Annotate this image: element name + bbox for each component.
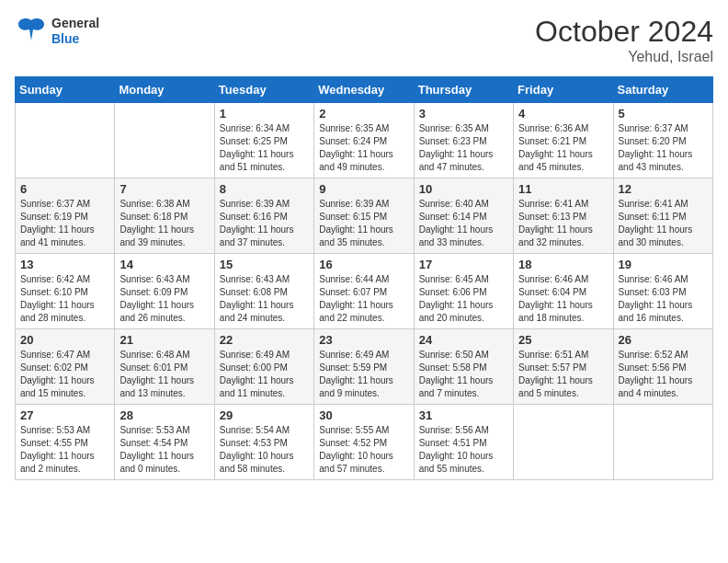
day-number: 26: [619, 333, 708, 347]
day-info: Sunrise: 6:46 AM Sunset: 6:03 PM Dayligh…: [619, 273, 708, 325]
calendar-cell: 14Sunrise: 6:43 AM Sunset: 6:09 PM Dayli…: [115, 254, 214, 329]
calendar-cell: 12Sunrise: 6:41 AM Sunset: 6:11 PM Dayli…: [613, 178, 712, 254]
day-info: Sunrise: 6:49 AM Sunset: 5:59 PM Dayligh…: [319, 349, 408, 400]
day-info: Sunrise: 6:52 AM Sunset: 5:56 PM Dayligh…: [619, 349, 708, 400]
day-number: 7: [119, 182, 209, 196]
calendar-week-row: 1Sunrise: 6:34 AM Sunset: 6:25 PM Daylig…: [16, 103, 713, 178]
day-info: Sunrise: 5:53 AM Sunset: 4:54 PM Dayligh…: [119, 424, 209, 476]
day-info: Sunrise: 5:56 AM Sunset: 4:51 PM Dayligh…: [419, 424, 508, 476]
day-info: Sunrise: 6:39 AM Sunset: 6:16 PM Dayligh…: [220, 198, 309, 249]
calendar-cell: 30Sunrise: 5:55 AM Sunset: 4:52 PM Dayli…: [314, 405, 414, 480]
calendar-cell: 29Sunrise: 5:54 AM Sunset: 4:53 PM Dayli…: [214, 405, 313, 480]
day-number: 29: [220, 408, 309, 422]
calendar-cell: 13Sunrise: 6:42 AM Sunset: 6:10 PM Dayli…: [16, 254, 115, 329]
day-number: 10: [419, 182, 508, 196]
calendar-cell: 26Sunrise: 6:52 AM Sunset: 5:56 PM Dayli…: [613, 329, 712, 405]
day-info: Sunrise: 5:53 AM Sunset: 4:55 PM Dayligh…: [20, 424, 109, 476]
calendar-week-row: 27Sunrise: 5:53 AM Sunset: 4:55 PM Dayli…: [16, 405, 713, 480]
day-number: 18: [518, 258, 608, 271]
day-of-week-header: Monday: [115, 77, 214, 103]
location-title: Yehud, Israel: [535, 49, 713, 65]
calendar-cell: 22Sunrise: 6:49 AM Sunset: 6:00 PM Dayli…: [214, 329, 313, 405]
calendar-header-row: SundayMondayTuesdayWednesdayThursdayFrid…: [16, 77, 713, 103]
day-info: Sunrise: 6:36 AM Sunset: 6:21 PM Dayligh…: [518, 122, 608, 174]
day-number: 2: [319, 107, 408, 121]
day-info: Sunrise: 6:46 AM Sunset: 6:04 PM Dayligh…: [518, 273, 608, 325]
day-info: Sunrise: 6:45 AM Sunset: 6:06 PM Dayligh…: [419, 273, 508, 325]
day-number: 27: [20, 408, 109, 422]
day-of-week-header: Wednesday: [314, 77, 414, 103]
day-info: Sunrise: 6:39 AM Sunset: 6:15 PM Dayligh…: [319, 198, 408, 249]
day-number: 15: [220, 258, 309, 271]
day-info: Sunrise: 6:47 AM Sunset: 6:02 PM Dayligh…: [20, 349, 109, 400]
calendar-cell: 18Sunrise: 6:46 AM Sunset: 6:04 PM Dayli…: [514, 254, 613, 329]
day-info: Sunrise: 6:41 AM Sunset: 6:11 PM Dayligh…: [619, 198, 708, 249]
day-number: 22: [220, 333, 309, 347]
calendar-cell: 10Sunrise: 6:40 AM Sunset: 6:14 PM Dayli…: [414, 178, 513, 254]
day-number: 4: [518, 107, 608, 121]
day-number: 28: [119, 408, 209, 422]
day-number: 31: [419, 408, 508, 422]
logo: GeneralBlue: [15, 15, 99, 48]
day-info: Sunrise: 6:43 AM Sunset: 6:08 PM Dayligh…: [220, 273, 309, 325]
calendar-cell: 7Sunrise: 6:38 AM Sunset: 6:18 PM Daylig…: [115, 178, 214, 254]
calendar-table: SundayMondayTuesdayWednesdayThursdayFrid…: [15, 76, 713, 480]
day-info: Sunrise: 6:43 AM Sunset: 6:09 PM Dayligh…: [119, 273, 209, 325]
calendar-week-row: 20Sunrise: 6:47 AM Sunset: 6:02 PM Dayli…: [16, 329, 713, 405]
day-number: 1: [220, 107, 309, 121]
calendar-cell: 11Sunrise: 6:41 AM Sunset: 6:13 PM Dayli…: [514, 178, 613, 254]
day-number: 16: [319, 258, 408, 271]
day-info: Sunrise: 6:35 AM Sunset: 6:23 PM Dayligh…: [419, 122, 508, 174]
day-number: 3: [419, 107, 508, 121]
calendar-week-row: 6Sunrise: 6:37 AM Sunset: 6:19 PM Daylig…: [16, 178, 713, 254]
day-of-week-header: Saturday: [613, 77, 712, 103]
day-number: 20: [20, 333, 109, 347]
day-number: 17: [419, 258, 508, 271]
day-info: Sunrise: 6:49 AM Sunset: 6:00 PM Dayligh…: [220, 349, 309, 400]
logo-general: General: [51, 16, 99, 31]
day-info: Sunrise: 5:54 AM Sunset: 4:53 PM Dayligh…: [220, 424, 309, 476]
day-info: Sunrise: 6:51 AM Sunset: 5:57 PM Dayligh…: [518, 349, 608, 400]
calendar-cell: 16Sunrise: 6:44 AM Sunset: 6:07 PM Dayli…: [314, 254, 414, 329]
day-of-week-header: Friday: [514, 77, 613, 103]
day-info: Sunrise: 6:48 AM Sunset: 6:01 PM Dayligh…: [119, 349, 209, 400]
calendar-cell: 19Sunrise: 6:46 AM Sunset: 6:03 PM Dayli…: [613, 254, 712, 329]
title-area: October 2024 Yehud, Israel: [535, 15, 713, 65]
logo-blue: Blue: [51, 31, 99, 47]
day-number: 8: [220, 182, 309, 196]
day-number: 21: [119, 333, 209, 347]
calendar-week-row: 13Sunrise: 6:42 AM Sunset: 6:10 PM Dayli…: [16, 254, 713, 329]
day-number: 13: [20, 258, 109, 271]
day-info: Sunrise: 6:50 AM Sunset: 5:58 PM Dayligh…: [419, 349, 508, 400]
calendar-cell: 6Sunrise: 6:37 AM Sunset: 6:19 PM Daylig…: [16, 178, 115, 254]
calendar-cell: 5Sunrise: 6:37 AM Sunset: 6:20 PM Daylig…: [613, 103, 712, 178]
calendar-cell: 4Sunrise: 6:36 AM Sunset: 6:21 PM Daylig…: [514, 103, 613, 178]
calendar-cell: 27Sunrise: 5:53 AM Sunset: 4:55 PM Dayli…: [16, 405, 115, 480]
calendar-cell: 17Sunrise: 6:45 AM Sunset: 6:06 PM Dayli…: [414, 254, 513, 329]
calendar-cell: [16, 103, 115, 178]
day-number: 25: [518, 333, 608, 347]
calendar-cell: 8Sunrise: 6:39 AM Sunset: 6:16 PM Daylig…: [214, 178, 313, 254]
day-of-week-header: Sunday: [16, 77, 115, 103]
day-info: Sunrise: 6:40 AM Sunset: 6:14 PM Dayligh…: [419, 198, 508, 249]
calendar-cell: [115, 103, 214, 178]
day-number: 30: [319, 408, 408, 422]
day-number: 5: [619, 107, 708, 121]
day-number: 11: [518, 182, 608, 196]
calendar-cell: [514, 405, 613, 480]
day-number: 6: [20, 182, 109, 196]
calendar-cell: 21Sunrise: 6:48 AM Sunset: 6:01 PM Dayli…: [115, 329, 214, 405]
day-number: 12: [619, 182, 708, 196]
calendar-cell: 3Sunrise: 6:35 AM Sunset: 6:23 PM Daylig…: [414, 103, 513, 178]
calendar-cell: 9Sunrise: 6:39 AM Sunset: 6:15 PM Daylig…: [314, 178, 414, 254]
day-number: 19: [619, 258, 708, 271]
day-info: Sunrise: 6:37 AM Sunset: 6:20 PM Dayligh…: [619, 122, 708, 174]
logo-text: GeneralBlue: [51, 16, 99, 47]
day-number: 23: [319, 333, 408, 347]
day-info: Sunrise: 6:44 AM Sunset: 6:07 PM Dayligh…: [319, 273, 408, 325]
calendar-cell: 24Sunrise: 6:50 AM Sunset: 5:58 PM Dayli…: [414, 329, 513, 405]
month-title: October 2024: [535, 15, 713, 49]
logo-svg: [15, 15, 48, 48]
page-header: GeneralBlue October 2024 Yehud, Israel: [15, 15, 713, 65]
calendar-cell: 1Sunrise: 6:34 AM Sunset: 6:25 PM Daylig…: [214, 103, 313, 178]
